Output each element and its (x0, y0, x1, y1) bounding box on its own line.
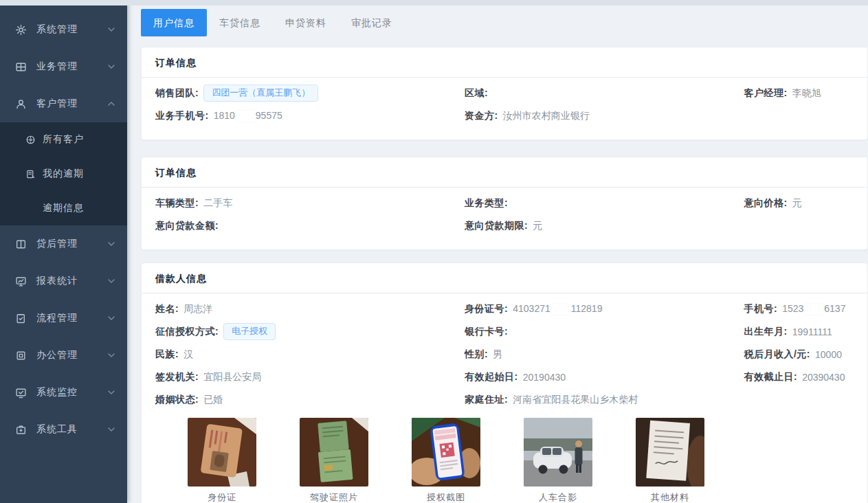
tab-car-loan-info[interactable]: 车贷信息 (207, 9, 273, 36)
gear-icon (15, 24, 27, 36)
field-home-address: 家庭住址: 河南省宜阳县花果山乡木柴村 (465, 388, 744, 411)
sidebar-item-label: 办公管理 (36, 349, 78, 361)
field-value: 周志洋 (183, 303, 212, 315)
field-label: 业务手机号: (155, 110, 209, 122)
sidebar-item-all-customers[interactable]: 所有客户 (0, 122, 127, 157)
field-empty (744, 388, 854, 411)
chevron-down-icon (108, 242, 115, 246)
monitor-check-icon (15, 387, 27, 399)
redaction-overlay (236, 111, 255, 122)
field-value: 宜阳县公安局 (203, 371, 261, 383)
field-bank-card: 银行卡号: (465, 320, 744, 343)
field-sales-team: 销售团队: 四团一营（直属王鹏飞） (155, 82, 465, 104)
main-content: 用户信息 车贷信息 申贷资料 审批记录 订单信息 销售团队: 四团一营（直属王鹏… (127, 0, 868, 503)
tab-loan-application-docs[interactable]: 申贷资料 (273, 9, 339, 36)
attachment-caption: 其他材料 (636, 491, 704, 503)
sidebar-item-system-monitor[interactable]: 系统监控 (0, 374, 127, 411)
person-car-photo[interactable] (524, 418, 592, 487)
field-value: 河南省宜阳县花果山乡木柴村 (513, 394, 638, 406)
tab-user-info[interactable]: 用户信息 (141, 9, 207, 36)
field-value: 181095575 (214, 110, 282, 122)
attachment-id-card[interactable]: 身份证 (188, 418, 256, 503)
field-label: 税后月收入/元: (744, 348, 810, 361)
sidebar-item-report-statistics[interactable]: 报表统计 (0, 262, 127, 300)
attachment-caption: 人车合影 (524, 491, 592, 503)
sidebar-item-post-loan-management[interactable]: 贷后管理 (0, 225, 127, 262)
chevron-down-icon (108, 27, 115, 32)
green-booklet-photo[interactable] (300, 418, 368, 487)
attachment-caption: 驾驶证照片 (300, 491, 368, 503)
order-info-card-2: 订单信息 车辆类型: 二手车 业务类型: 意向价格: 元 (141, 157, 868, 250)
field-funder: 资金方: 汝州市农村商业银行 (465, 104, 744, 127)
attachments-row: 身份证 (155, 411, 854, 503)
field-label: 销售团队: (155, 87, 199, 100)
field-label: 性别: (465, 348, 488, 361)
field-value: 李晓旭 (792, 87, 821, 100)
sidebar-item-customer-management[interactable]: 客户管理 (0, 85, 127, 122)
sidebar-item-system-tools[interactable]: 系统工具 (0, 411, 127, 448)
sidebar-item-label: 贷后管理 (36, 238, 78, 250)
field-valid-to: 有效截止日: 20390430 (744, 366, 854, 388)
id-card-photo[interactable] (188, 418, 256, 487)
redaction-overlay (804, 304, 823, 315)
field-label: 出生年月: (744, 326, 787, 338)
field-label: 签发机关: (155, 371, 199, 383)
sidebar-item-process-management[interactable]: 流程管理 (0, 300, 127, 337)
chevron-down-icon (108, 316, 115, 320)
clipboard-icon (15, 313, 27, 324)
field-label: 车辆类型: (155, 197, 199, 210)
tab-approval-records[interactable]: 审批记录 (339, 9, 405, 36)
sidebar-item-label: 流程管理 (36, 312, 78, 324)
sidebar-item-office-management[interactable]: 办公管理 (0, 337, 127, 374)
field-label: 民族: (155, 348, 179, 361)
field-business-type: 业务类型: (465, 192, 744, 214)
split-book-icon (15, 238, 27, 250)
field-label: 征信授权方式: (155, 326, 219, 338)
attachment-caption: 身份证 (188, 491, 256, 503)
sidebar-item-label: 系统工具 (36, 423, 78, 436)
sidebar-item-label: 业务管理 (36, 60, 78, 73)
field-label: 手机号: (744, 303, 777, 315)
sidebar-item-system-management[interactable]: 系统管理 (0, 11, 127, 48)
attachment-auth-screenshot[interactable]: 授权截图 (412, 418, 480, 503)
app-window: 系统管理 业务管理 客户管理 所有客户 (0, 0, 868, 503)
box-icon (15, 350, 27, 361)
field-label: 有效截止日: (744, 371, 797, 383)
attachment-person-car[interactable]: 人车合影 (524, 418, 592, 503)
field-intent-price: 意向价格: 元 (744, 192, 854, 214)
sidebar-item-label: 我的逾期 (43, 168, 84, 180)
customers-icon (25, 134, 36, 145)
attachment-other-document[interactable]: 其他材料 (636, 418, 704, 503)
field-region: 区域: (465, 82, 744, 104)
sidebar-submenu-customer: 所有客户 我的逾期 逾期信息 (0, 122, 127, 225)
grid-icon (15, 61, 27, 73)
field-label: 婚姻状态: (155, 394, 199, 406)
field-label: 意向价格: (744, 197, 787, 210)
document-photo[interactable] (636, 418, 704, 487)
borrower-info-card: 借款人信息 姓名: 周志洋 身份证号: 4103271112819 手机号: 1… (141, 262, 868, 503)
chevron-up-icon (108, 102, 115, 106)
sidebar-item-my-overdue[interactable]: 我的逾期 (0, 157, 127, 191)
field-valid-from: 有效起始日: 20190430 (465, 366, 744, 388)
field-label: 银行卡号: (465, 326, 508, 338)
field-value: 男 (493, 348, 502, 361)
field-label: 客户经理: (744, 87, 787, 100)
toolbox-icon (15, 424, 27, 436)
phone-qr-photo[interactable] (412, 418, 480, 487)
sidebar-item-overdue-info[interactable]: 逾期信息 (0, 191, 127, 225)
sidebar-item-business-management[interactable]: 业务管理 (0, 48, 127, 85)
attachment-driver-license[interactable]: 驾驶证照片 (300, 418, 368, 503)
field-value: 20390430 (802, 372, 845, 383)
field-label: 姓名: (155, 303, 179, 315)
sidebar-item-label: 报表统计 (36, 275, 78, 287)
field-birth-date: 出生年月: 19911111 (744, 320, 854, 343)
chevron-down-icon (108, 390, 115, 394)
card-title: 订单信息 (142, 47, 867, 78)
field-value: 4103271112819 (513, 303, 602, 315)
redaction-overlay (551, 304, 570, 315)
field-marital-status: 婚姻状态: 已婚 (155, 388, 465, 411)
sidebar: 系统管理 业务管理 客户管理 所有客户 (0, 0, 127, 503)
monitor-chart-icon (15, 276, 27, 287)
field-label: 有效起始日: (465, 371, 518, 383)
field-value: 汉 (183, 348, 193, 361)
